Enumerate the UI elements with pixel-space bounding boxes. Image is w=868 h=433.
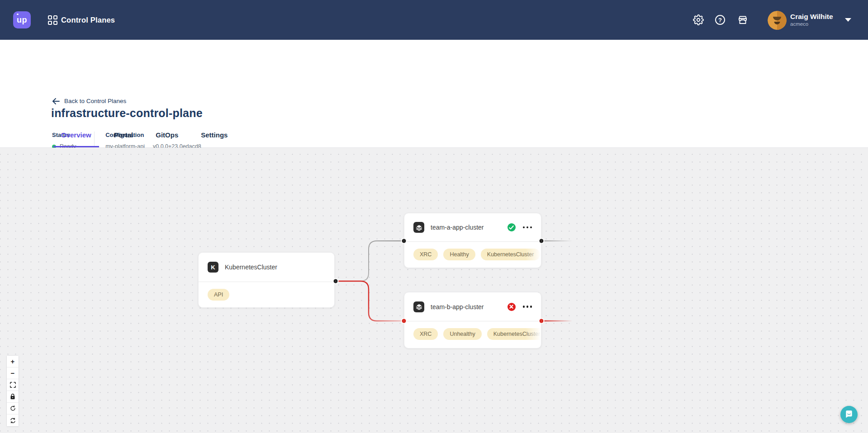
handle-team-a-out[interactable] <box>540 239 544 243</box>
node-team-b-app-cluster[interactable]: team-b-app-cluster XRC Unhealthy Kuberne… <box>404 292 541 348</box>
upbound-logo[interactable]: up <box>13 11 31 28</box>
apps-grid-icon <box>48 15 57 25</box>
app-title: Control Planes <box>61 0 115 40</box>
healthy-check-icon <box>508 223 516 231</box>
page-header: Back to Control Planes infrastructure-co… <box>0 40 868 148</box>
node-kubernetescluster[interactable]: K KubernetesCluster API <box>198 252 335 308</box>
page-title: infrastructure-control-plane <box>51 107 203 120</box>
user-avatar[interactable] <box>768 11 787 30</box>
tab-portal[interactable]: Portal <box>106 122 141 147</box>
user-org: acmeco <box>790 21 833 27</box>
user-menu[interactable]: Craig Wilhite acmeco <box>790 12 833 27</box>
lock-button[interactable] <box>7 391 19 403</box>
handle-team-b-in[interactable] <box>402 319 406 323</box>
rotate-icon <box>10 405 16 411</box>
settings-gear-icon[interactable] <box>693 14 704 26</box>
fit-view-icon <box>10 382 16 388</box>
handle-team-b-out[interactable] <box>540 319 544 323</box>
badge-healthy: Healthy <box>443 249 475 260</box>
back-link-label: Back to Control Planes <box>64 98 126 104</box>
tab-overview[interactable]: Overview <box>53 122 99 147</box>
badge-kubernetescluster: KubernetesCluster <box>481 249 541 260</box>
back-to-control-planes-link[interactable]: Back to Control Planes <box>52 98 126 104</box>
rotate-button[interactable] <box>7 403 19 414</box>
node-team-a-app-cluster[interactable]: team-a-app-cluster XRC Healthy Kubernete… <box>404 213 541 268</box>
upbound-logo-text: up <box>17 15 27 25</box>
top-navigation-bar: up Control Planes ? Craig Wilhite acmeco <box>0 0 868 40</box>
node-title: team-b-app-cluster <box>431 303 484 311</box>
edge-lines <box>0 148 868 433</box>
node-title: team-a-app-cluster <box>431 224 484 231</box>
back-arrow-icon <box>52 98 60 104</box>
plus-icon: + <box>11 358 15 365</box>
marketplace-icon[interactable] <box>737 14 749 26</box>
layers-icon <box>413 222 424 233</box>
zoom-out-button[interactable]: − <box>7 367 19 379</box>
node-menu-ellipsis[interactable] <box>523 304 532 310</box>
badge-xrc: XRC <box>413 328 438 340</box>
sync-button[interactable] <box>7 414 19 426</box>
user-name: Craig Wilhite <box>790 12 833 21</box>
handle-kubernetescluster-out[interactable] <box>334 279 338 283</box>
topology-canvas[interactable]: K KubernetesCluster API team-a-app-clust… <box>0 148 868 433</box>
tab-bar: Overview Portal GitOps Settings <box>53 122 235 147</box>
badge-unhealthy: Unhealthy <box>443 328 481 340</box>
badge-xrc: XRC <box>413 249 438 260</box>
unhealthy-x-icon <box>508 303 516 311</box>
canvas-controls: + − <box>6 355 19 427</box>
tab-gitops[interactable]: GitOps <box>148 122 186 147</box>
node-menu-ellipsis[interactable] <box>523 225 532 231</box>
tab-settings[interactable]: Settings <box>193 122 235 147</box>
zoom-in-button[interactable]: + <box>7 356 19 367</box>
chat-bubble-icon <box>844 410 854 419</box>
sync-icon <box>10 418 16 424</box>
lock-icon <box>10 394 15 400</box>
badge-kubernetescluster: KubernetesCluster <box>487 328 541 340</box>
handle-team-a-in[interactable] <box>402 239 406 243</box>
kubernetes-k-icon: K <box>208 262 218 273</box>
node-title: KubernetesCluster <box>225 264 277 271</box>
help-icon[interactable]: ? <box>714 14 726 26</box>
chat-launcher-button[interactable] <box>840 406 858 423</box>
layers-icon <box>413 301 424 312</box>
fit-view-button[interactable] <box>7 379 19 391</box>
minus-icon: − <box>11 369 15 377</box>
badge-api: API <box>208 289 229 301</box>
user-menu-caret-icon[interactable] <box>845 18 851 22</box>
